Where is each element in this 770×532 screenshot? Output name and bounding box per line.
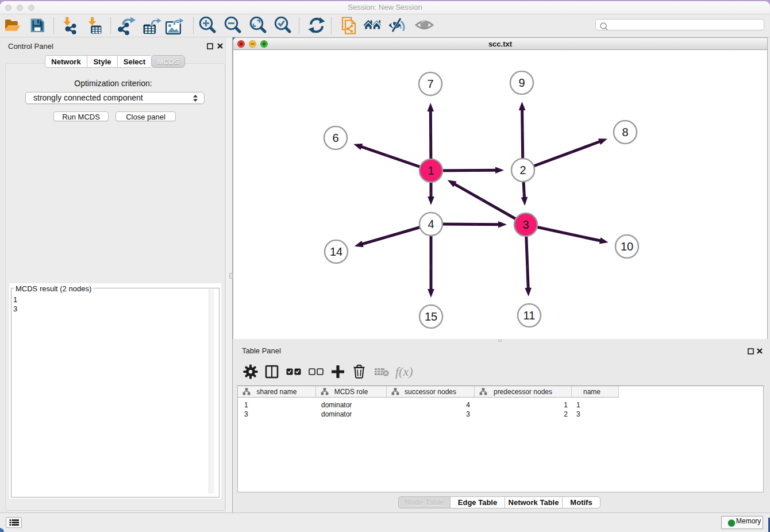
- svg-text:15: 15: [425, 310, 437, 323]
- svg-text:6: 6: [332, 132, 338, 144]
- svg-text:1: 1: [428, 164, 434, 177]
- svg-text:8: 8: [622, 126, 628, 138]
- svg-text:14: 14: [330, 245, 342, 258]
- svg-text:2: 2: [519, 164, 526, 176]
- svg-text:10: 10: [621, 240, 633, 253]
- svg-text:4: 4: [428, 218, 434, 230]
- svg-text:9: 9: [518, 76, 525, 89]
- svg-text:11: 11: [523, 309, 536, 322]
- svg-text:3: 3: [522, 218, 529, 231]
- svg-text:7: 7: [427, 78, 433, 90]
- svg-text:f(x): f(x): [395, 364, 413, 379]
